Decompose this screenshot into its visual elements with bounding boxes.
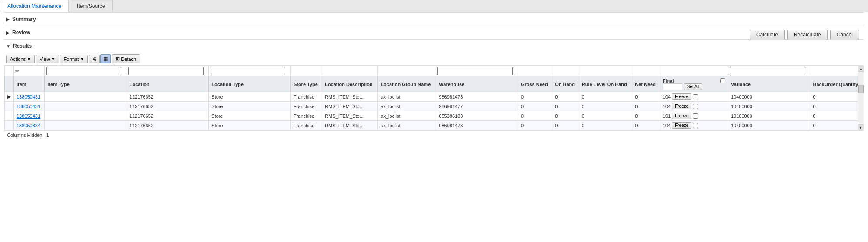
columns-hidden-bar: Columns Hidden 1 <box>4 130 864 139</box>
warehouse-cell: 655386183 <box>436 111 518 121</box>
view-label: View <box>40 56 50 62</box>
item-cell: 138050431 <box>14 111 45 121</box>
th-variance[interactable]: Variance <box>728 76 810 92</box>
rule-level-on-hand-cell: 0 <box>579 92 632 102</box>
th-location-type[interactable]: Location Type <box>209 76 291 92</box>
review-header[interactable]: ▶ Review <box>4 26 864 39</box>
freeze-button[interactable]: Freeze <box>672 122 691 129</box>
detach-icon: ⊞ <box>116 56 120 62</box>
freeze-container: 104 Freeze <box>663 103 725 109</box>
item-link[interactable]: 138050431 <box>17 113 40 119</box>
view-button[interactable]: View ▼ <box>36 55 59 63</box>
tab-allocation-maintenance[interactable]: Allocation Maintenance <box>0 0 69 12</box>
item-type-cell <box>45 102 127 111</box>
th-backorder-qty[interactable]: BackOrder Quantity <box>810 76 864 92</box>
th-item[interactable]: Item <box>14 76 45 92</box>
freeze-button[interactable]: Freeze <box>672 93 691 100</box>
results-toolbar: Actions ▼ View ▼ Format ▼ 🖨 ▦ <box>4 53 864 66</box>
table-row: 138050431112176652StoreFranchiseRMS_ITEM… <box>5 111 864 121</box>
filter-item-type-input[interactable] <box>46 67 121 75</box>
filter-variance <box>728 66 810 76</box>
filter-on-hand <box>552 66 579 76</box>
th-gross-need[interactable]: Gross Need <box>518 76 552 92</box>
th-rule-level-on-hand[interactable]: Rule Level On Hand <box>579 76 632 92</box>
print-icon-button[interactable]: 🖨 <box>89 55 100 63</box>
item-link[interactable]: 138050431 <box>17 94 40 99</box>
freeze-container: 104 Freeze <box>663 122 725 129</box>
on-hand-cell: 0 <box>552 102 579 111</box>
tab-item-source[interactable]: Item/Source <box>70 0 113 12</box>
th-net-need[interactable]: Net Need <box>632 76 660 92</box>
store-type-cell: Franchise <box>290 121 322 130</box>
th-location[interactable]: Location <box>127 76 209 92</box>
final-cell: 104 Freeze <box>660 121 728 130</box>
item-link[interactable]: 138050431 <box>17 104 40 109</box>
gross-need-cell: 0 <box>518 121 552 130</box>
filter-variance-input[interactable] <box>730 67 805 75</box>
filter-gross-need <box>518 66 552 76</box>
variance-cell: 10400000 <box>728 92 810 102</box>
freeze-button[interactable]: Freeze <box>672 113 691 119</box>
th-row-indicator <box>5 76 14 92</box>
calculate-button[interactable]: Calculate <box>750 30 785 40</box>
net-need-cell: 0 <box>632 102 660 111</box>
location-cell: 112176652 <box>127 92 209 102</box>
filter-location-input[interactable] <box>128 67 204 75</box>
vscroll-track[interactable]: ▲ ▼ <box>858 66 864 130</box>
set-all-input[interactable] <box>663 83 682 90</box>
th-warehouse[interactable]: Warehouse <box>436 76 518 92</box>
results-section: ▼ Results Actions ▼ View ▼ Format ▼ � <box>4 39 864 139</box>
item-cell: 138050431 <box>14 102 45 111</box>
location-desc-cell: RMS_ITEM_Sto... <box>322 102 378 111</box>
actions-button[interactable]: Actions ▼ <box>6 55 35 63</box>
store-type-cell: Franchise <box>290 111 322 121</box>
filter-rule-level <box>579 66 632 76</box>
location-group-name-cell: ak_loclist <box>378 111 436 121</box>
vscroll-arrow-up[interactable]: ▲ <box>858 66 864 72</box>
backorder-qty-cell: 0 <box>810 92 864 102</box>
filter-warehouse <box>436 66 518 76</box>
th-on-hand[interactable]: On Hand <box>552 76 579 92</box>
detach-button[interactable]: ⊞ Detach <box>112 54 140 63</box>
final-value: 104 <box>663 123 671 128</box>
recalculate-button[interactable]: Recalculate <box>787 30 828 40</box>
freeze-checkbox[interactable] <box>693 123 698 128</box>
item-type-cell <box>45 92 127 102</box>
grid-icon: ▦ <box>103 56 108 61</box>
actions-arrow-icon: ▼ <box>27 57 31 61</box>
final-checkbox[interactable] <box>720 78 725 83</box>
results-header[interactable]: ▼ Results <box>4 40 864 53</box>
vscroll-thumb[interactable] <box>858 85 864 93</box>
final-header-container: Final <box>663 78 725 83</box>
freeze-checkbox[interactable] <box>693 104 698 109</box>
filter-loc-desc <box>322 66 378 76</box>
th-item-type[interactable]: Item Type <box>45 76 127 92</box>
item-link[interactable]: 138050334 <box>17 123 40 128</box>
cancel-button[interactable]: Cancel <box>830 30 859 40</box>
th-location-desc[interactable]: Location Description <box>322 76 378 92</box>
final-value: 101 <box>663 113 671 119</box>
edit-pencil-cell[interactable]: ✏ <box>14 66 45 76</box>
th-location-group-name[interactable]: Location Group Name <box>378 76 436 92</box>
set-all-button[interactable]: Set All <box>684 83 702 90</box>
table-wrapper: ✏ <box>4 66 864 130</box>
store-type-cell: Franchise <box>290 92 322 102</box>
variance-cell: 10400000 <box>728 121 810 130</box>
location-cell: 112176652 <box>127 111 209 121</box>
freeze-button[interactable]: Freeze <box>672 103 691 109</box>
table-row: 138050431112176652StoreFranchiseRMS_ITEM… <box>5 102 864 111</box>
vscroll-arrow-down[interactable]: ▼ <box>858 124 864 130</box>
set-all-row: Set All <box>663 83 725 90</box>
location-type-cell: Store <box>209 111 291 121</box>
freeze-checkbox[interactable] <box>693 113 698 119</box>
filter-location-type-input[interactable] <box>210 67 285 75</box>
summary-header[interactable]: ▶ Summary <box>4 13 864 26</box>
th-final[interactable]: Final Set All <box>660 76 728 92</box>
filter-warehouse-input[interactable] <box>437 67 513 75</box>
format-button[interactable]: Format ▼ <box>60 55 88 63</box>
rule-level-on-hand-cell: 0 <box>579 102 632 111</box>
th-store-type[interactable]: Store Type <box>290 76 322 92</box>
freeze-checkbox[interactable] <box>693 94 698 99</box>
on-hand-cell: 0 <box>552 121 579 130</box>
grid-icon-button[interactable]: ▦ <box>100 54 111 63</box>
